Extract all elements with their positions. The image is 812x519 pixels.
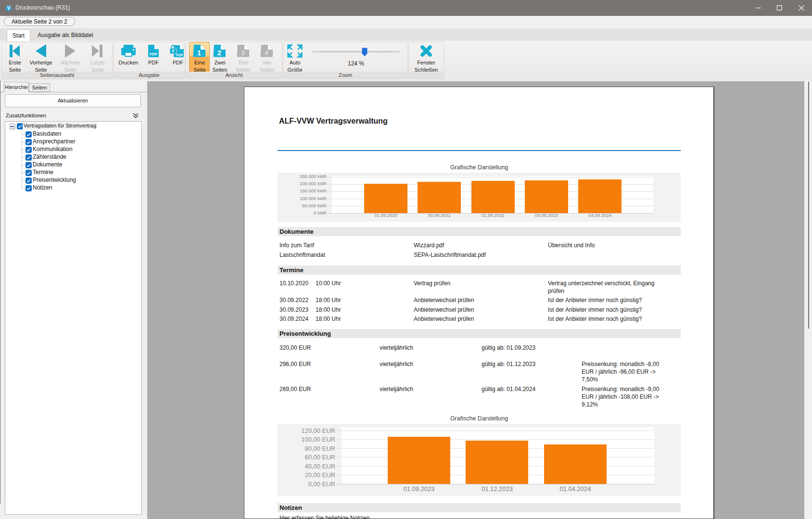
svg-text:PDF: PDF	[150, 52, 157, 56]
svg-text:PDF: PDF	[177, 53, 184, 57]
svg-text:4: 4	[265, 49, 269, 57]
svg-text:1: 1	[197, 49, 201, 57]
svg-text:2: 2	[217, 49, 221, 57]
svg-text:3: 3	[241, 49, 245, 57]
